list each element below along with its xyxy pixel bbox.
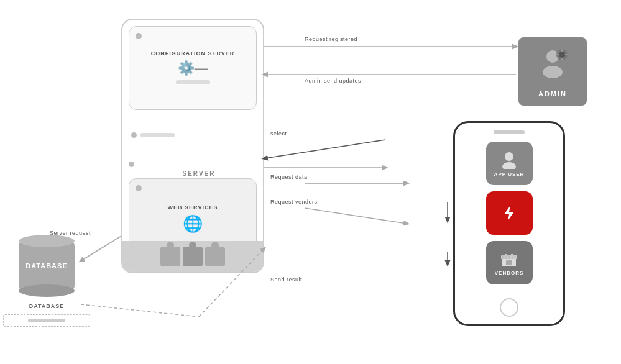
vendors-store-icon (500, 250, 518, 268)
select-label: select (270, 130, 287, 137)
db-bottom-label: DATABASE (29, 303, 65, 309)
request-vendors-label: Request vendors (270, 199, 318, 205)
web-globe-icon: 🌐 (183, 214, 203, 234)
gear-piece-1 (160, 247, 180, 266)
flash-icon (500, 204, 518, 222)
gear-piece-3 (205, 247, 225, 266)
phone-box: APP USER (453, 121, 565, 326)
db-label: DATABASE (25, 262, 67, 270)
svg-rect-17 (561, 58, 563, 60)
server-row-2 (131, 118, 254, 152)
svg-rect-16 (561, 49, 563, 52)
config-bar-1 (176, 80, 210, 84)
app-user-label: APP USER (494, 171, 525, 177)
config-server-section: CONFIGURATION SERVER ⚙️— (129, 26, 257, 110)
config-server-title: CONFIGURATION SERVER (151, 50, 235, 57)
db-cylinder: DATABASE (19, 241, 75, 291)
db-dashed-bar (3, 314, 90, 327)
phone-speaker (494, 130, 525, 134)
bar-row2 (140, 133, 175, 137)
server-panel: CONFIGURATION SERVER ⚙️— SERVER WEB SERV… (121, 19, 264, 273)
app-user-icon-box: APP USER (486, 142, 533, 185)
svg-line-6 (81, 236, 121, 261)
svg-line-7 (81, 304, 199, 317)
server-mid-title: SERVER (183, 170, 216, 177)
app-user-icon (500, 150, 518, 169)
admin-label: ADMIN (538, 90, 567, 98)
vendors-label: VENDORS (495, 270, 524, 276)
admin-icon (536, 46, 570, 86)
admin-send-updates-label: Admin send updates (305, 78, 361, 84)
svg-rect-27 (506, 260, 512, 265)
send-result-label: Send result (270, 276, 302, 283)
svg-point-15 (559, 52, 565, 58)
svg-point-21 (502, 162, 516, 169)
svg-marker-22 (504, 206, 514, 221)
bottom-gear-area (122, 241, 263, 272)
svg-line-2 (264, 140, 385, 158)
admin-box: ADMIN (518, 37, 587, 106)
request-registered-label: Request registered (305, 36, 357, 42)
phone-icons-area: APP USER (461, 142, 557, 293)
dot-row2 (131, 132, 137, 138)
database-box: DATABASE DATABASE (12, 241, 81, 327)
web-dot (136, 185, 142, 191)
vendors-icon-box: VENDORS (486, 241, 533, 284)
svg-line-5 (305, 208, 407, 224)
svg-point-20 (505, 152, 513, 161)
db-inner-bar (28, 319, 65, 322)
gear-piece-2 (183, 247, 203, 266)
request-data-label: Request data (270, 174, 308, 180)
server-dot (129, 162, 134, 167)
flash-icon-box (486, 191, 533, 235)
diagram-container: Request registered Admin send updates se… (0, 0, 621, 364)
svg-rect-19 (565, 54, 568, 55)
config-gear-icon: ⚙️— (178, 60, 208, 76)
config-section-dot (136, 33, 142, 39)
svg-point-13 (543, 66, 563, 78)
phone-home-button (500, 298, 518, 317)
web-services-title: WEB SERVICES (168, 204, 218, 211)
svg-rect-18 (556, 54, 559, 55)
